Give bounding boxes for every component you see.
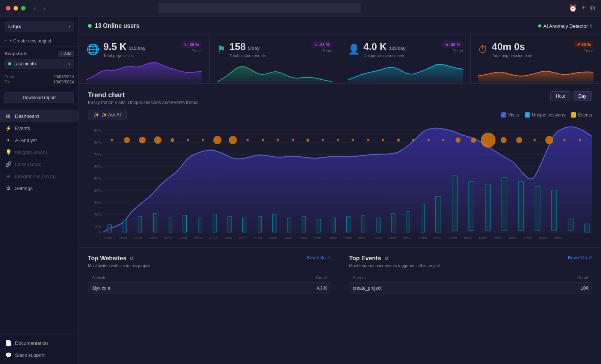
sidebar-item-links: 🔗 Links (soon): [0, 158, 79, 170]
snapshots-add-button[interactable]: + Add: [58, 51, 74, 57]
top-events-panel: Top Events ↺ Raw data ↗ Most frequent us…: [340, 248, 601, 301]
svg-point-55: [171, 138, 174, 142]
snapshot-current-label: Last month: [14, 61, 66, 66]
event-cell: create_project: [353, 285, 382, 291]
trend-chart-svg: 900 800 700 600 500 400 300 200 100 0: [88, 123, 592, 240]
download-report-button[interactable]: Download report: [5, 92, 74, 103]
events-col-header: Events: [353, 275, 366, 280]
titlebar-search-container: [158, 3, 361, 13]
titlebar: ‹ › ⏰ + ⧉: [0, 0, 601, 17]
sidebar-item-slack-support[interactable]: 💬 Slack support: [0, 349, 79, 361]
bottom-sections: Top Websites ↺ Raw data ↗ Most visited w…: [79, 247, 601, 301]
minimize-traffic-light[interactable]: [14, 6, 18, 11]
svg-text:10/09: 10/09: [418, 236, 427, 240]
trend-pct: -66 %: [188, 42, 199, 47]
workspace-selector[interactable]: Litlyx ▾: [5, 21, 74, 32]
stat-per-day: 5/day: [248, 46, 260, 51]
date-range: From: 20/08/2024 To: 19/09/2024: [0, 71, 79, 88]
svg-text:27/08: 27/08: [209, 236, 217, 240]
raw-data-link[interactable]: Raw data ↗: [307, 255, 331, 260]
svg-point-56: [187, 139, 189, 141]
svg-rect-28: [242, 218, 246, 232]
svg-text:02/09: 02/09: [299, 236, 307, 240]
trend-badge: ↘ -66 %: [181, 41, 202, 48]
insights-icon: 💡: [5, 149, 11, 155]
from-date: 20/08/2024: [53, 74, 74, 79]
svg-point-74: [456, 137, 461, 143]
legend-unique-sessions-label: Unique sessions: [532, 112, 565, 118]
sidebar-item-settings[interactable]: ⚙ Settings: [0, 182, 79, 194]
stat-value: 4.0 K: [364, 41, 387, 53]
sidebar-item-events[interactable]: ⚡ Events: [0, 122, 79, 134]
unique-sessions-checkbox[interactable]: ✓: [525, 112, 530, 118]
plus-icon[interactable]: +: [581, 4, 586, 12]
fullscreen-traffic-light[interactable]: [21, 6, 26, 11]
refresh-icon[interactable]: ↺: [130, 256, 134, 261]
sidebar: Litlyx ▾ + + Create new project Snapshot…: [0, 17, 79, 364]
svg-point-75: [471, 137, 476, 143]
legend-events-label: Events: [578, 112, 592, 118]
stats-row: 🌐 9.5 K 315/day Total page visits ↘: [79, 35, 601, 84]
sidebar-item-ai-analyst[interactable]: ✦ AI Analyst: [0, 134, 79, 146]
trend-arrow-icon: ↘: [314, 42, 317, 47]
svg-rect-50: [584, 224, 590, 232]
main-chart-area: 900 800 700 600 500 400 300 200 100 0: [79, 123, 601, 247]
svg-rect-49: [568, 219, 573, 230]
create-new-project-button[interactable]: + + Create new project: [0, 35, 79, 47]
svg-point-79: [533, 139, 536, 141]
legend-visits-label: Visits: [508, 112, 519, 118]
svg-text:08/09: 08/09: [388, 236, 397, 240]
svg-text:20/08: 20/08: [104, 236, 112, 240]
nav-forward-button[interactable]: ›: [41, 4, 47, 12]
close-traffic-light[interactable]: [6, 6, 11, 11]
timer-icon: ⏱: [478, 44, 488, 55]
svg-text:900: 900: [94, 128, 101, 133]
documentation-icon: 📄: [5, 340, 11, 346]
hour-button[interactable]: Hour: [550, 91, 571, 101]
online-users-indicator: 13 Online users: [88, 23, 139, 29]
stat-label: Total custom events: [230, 53, 266, 58]
snapshots-label: Snapshots: [5, 51, 27, 56]
top-websites-subtitle: Most visited website in this project: [88, 263, 331, 268]
trend-pct: 60 %: [581, 42, 591, 47]
raw-data-link[interactable]: Raw data ↗: [568, 255, 592, 260]
svg-text:12/09: 12/09: [449, 236, 457, 240]
stat-page-visits: 🌐 9.5 K 315/day Total page visits ↘: [79, 35, 209, 83]
day-button[interactable]: Day: [573, 91, 592, 101]
visits-checkbox[interactable]: ✓: [501, 112, 506, 118]
sidebar-item-documentation[interactable]: 📄 Documentation: [0, 337, 79, 349]
nav-back-button[interactable]: ‹: [32, 4, 38, 12]
snapshots-section: Snapshots + Add Last month ▾: [0, 47, 79, 71]
svg-text:23/08: 23/08: [149, 236, 157, 240]
user-icon: 👤: [348, 44, 360, 55]
events-checkbox[interactable]: ✓: [571, 112, 576, 118]
from-label: From:: [5, 74, 15, 79]
stat-label: Total avg session time: [492, 53, 532, 58]
events-icon: ⚡: [5, 125, 11, 131]
svg-rect-42: [452, 176, 458, 230]
trend-label: Trend: [574, 49, 593, 53]
sidebar-item-label: Integrations (soon): [15, 174, 56, 179]
snapshot-current-selector[interactable]: Last month ▾: [5, 59, 74, 69]
stat-sparkline: [217, 61, 332, 83]
svg-rect-29: [258, 216, 262, 232]
svg-rect-33: [317, 219, 320, 232]
svg-rect-41: [436, 196, 441, 232]
refresh-icon[interactable]: ↺: [384, 256, 388, 261]
ask-ai-button[interactable]: ✨ ✨ Ask AI: [88, 110, 127, 120]
svg-text:25/08: 25/08: [179, 236, 187, 240]
sidebar-item-dashboard[interactable]: ⊞ Dashboard: [0, 110, 79, 122]
online-dot: [88, 24, 92, 28]
copy-icon[interactable]: ⧉: [590, 4, 595, 12]
svg-text:11/09: 11/09: [433, 236, 442, 240]
svg-point-70: [397, 139, 400, 142]
svg-rect-35: [347, 216, 350, 232]
clock-icon[interactable]: ⏰: [569, 4, 577, 12]
legend-events: ✓ Events: [571, 112, 592, 118]
info-icon[interactable]: ℹ: [590, 23, 592, 29]
sidebar-item-label: Slack support: [15, 352, 45, 358]
flag-icon: ⚑: [217, 44, 226, 55]
plus-icon: +: [5, 38, 7, 44]
search-input[interactable]: [158, 3, 361, 13]
svg-rect-26: [213, 214, 217, 232]
